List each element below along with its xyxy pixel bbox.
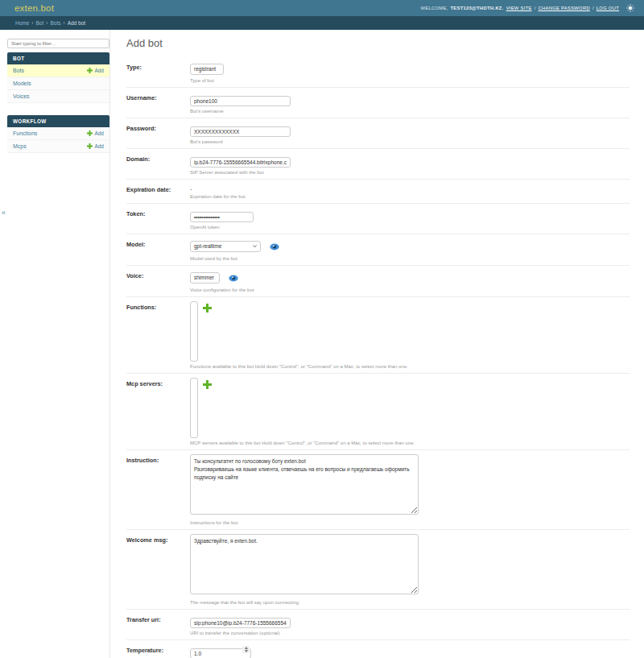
sidebar-item-label[interactable]: Bots bbox=[13, 68, 24, 73]
current-username: test123@thoth.kz. bbox=[450, 6, 503, 10]
app-header: exten.bot Welcome, test123@thoth.kz. Vie… bbox=[0, 0, 644, 16]
breadcrumb-bots[interactable]: Bots bbox=[50, 20, 60, 26]
field-help: Type of bot bbox=[190, 78, 630, 83]
field-label: Type: bbox=[126, 61, 190, 83]
step-up-icon[interactable] bbox=[245, 647, 248, 649]
voice-select[interactable]: shimmer bbox=[190, 272, 220, 283]
breadcrumb-separator: › bbox=[46, 20, 47, 26]
field-label: Password: bbox=[126, 122, 190, 144]
field-help: Bot's password bbox=[190, 139, 630, 144]
temperature-stepper[interactable] bbox=[242, 646, 250, 653]
chevron-down-icon bbox=[219, 68, 220, 71]
expiration-date-value: - bbox=[190, 184, 630, 192]
form-row-type: Type: registrant Type of bot bbox=[126, 57, 630, 88]
plus-icon bbox=[87, 68, 93, 73]
field-label: Voice: bbox=[126, 270, 190, 292]
site-brand-link[interactable]: exten.bot bbox=[14, 3, 54, 13]
field-help: Bot's username bbox=[190, 109, 630, 114]
sidebar-item-label[interactable]: Voices bbox=[13, 93, 30, 99]
field-help: Instructions for the bot bbox=[190, 520, 630, 525]
token-input[interactable] bbox=[190, 212, 254, 222]
welcome-text: Welcome, bbox=[421, 6, 448, 10]
add-bots-link[interactable]: Add bbox=[87, 68, 104, 73]
sun-icon[interactable] bbox=[626, 4, 634, 12]
sidebar-item-models[interactable]: Models bbox=[7, 77, 109, 90]
plus-icon bbox=[87, 143, 93, 149]
add-functions-link[interactable]: Add bbox=[87, 130, 104, 136]
password-input[interactable] bbox=[190, 126, 291, 137]
field-help: OpenAI token bbox=[190, 225, 630, 230]
field-help: Expiration date for the bot bbox=[190, 194, 630, 199]
field-label: Temperature: bbox=[126, 644, 190, 658]
sidebar-item-bots[interactable]: Bots Add bbox=[7, 64, 109, 77]
view-site-link[interactable]: View site bbox=[506, 6, 532, 10]
model-select[interactable]: gpt-realtime bbox=[190, 241, 261, 252]
sidebar-item-label[interactable]: Functions bbox=[13, 130, 37, 136]
change-password-link[interactable]: Change password bbox=[539, 6, 590, 10]
form-row-expiration-date: Expiration date: - Expiration date for t… bbox=[126, 180, 630, 204]
domain-input[interactable] bbox=[190, 157, 291, 168]
breadcrumb-bot[interactable]: Bot bbox=[36, 20, 44, 26]
log-out-link[interactable]: Log out bbox=[597, 6, 619, 10]
sidebar-section-title: BOT bbox=[7, 52, 109, 64]
field-label: Instruction: bbox=[126, 454, 190, 525]
form-row-voice: Voice: shimmer Voice configuration for t… bbox=[126, 266, 630, 297]
sidebar-filter-input[interactable] bbox=[7, 39, 109, 48]
breadcrumb: Home › Bot › Bots › Add bot bbox=[0, 16, 644, 30]
instruction-textarea[interactable]: Ты консультатнт по голосовому боту exten… bbox=[190, 454, 419, 515]
form-row-welcome-msg: Welcome msg: Здравствуйте, я exten.bot. … bbox=[126, 530, 630, 610]
main-content: Add bot Type: registrant Type of bot Use… bbox=[110, 30, 644, 658]
plus-icon bbox=[87, 130, 93, 136]
chevron-down-icon bbox=[253, 245, 257, 248]
field-label: Transfer uri: bbox=[126, 614, 190, 635]
transfer-uri-input[interactable] bbox=[190, 618, 291, 628]
field-help: The message that the bot will say upon c… bbox=[190, 600, 630, 605]
breadcrumb-separator: › bbox=[63, 20, 64, 26]
eye-icon[interactable] bbox=[270, 239, 279, 254]
sidebar-item-label[interactable]: Models bbox=[13, 81, 31, 86]
separator: / bbox=[592, 6, 594, 10]
eye-icon[interactable] bbox=[229, 271, 238, 285]
breadcrumb-separator: › bbox=[31, 20, 33, 26]
field-help: URI to transfer the conversation (option… bbox=[190, 631, 630, 635]
field-label: Domain: bbox=[126, 153, 190, 175]
field-label: Model: bbox=[126, 238, 190, 261]
breadcrumb-home[interactable]: Home bbox=[15, 20, 29, 26]
field-label: Expiration date: bbox=[126, 184, 190, 199]
sidebar-item-voices[interactable]: Voices bbox=[7, 90, 109, 103]
add-function-plus-icon[interactable] bbox=[203, 301, 212, 316]
breadcrumb-current: Add bot bbox=[68, 20, 85, 26]
field-help: MCP servers available to this bot Hold d… bbox=[190, 441, 630, 445]
form-row-token: Token: OpenAI token bbox=[126, 204, 630, 234]
form-row-mcp-servers: Mcp servers: MCP servers available to th… bbox=[126, 374, 630, 450]
sidebar-collapse-toggle[interactable]: « bbox=[2, 209, 6, 217]
sidebar-item-mcps[interactable]: Mcps Add bbox=[7, 140, 109, 153]
field-help: Model used by the bot bbox=[190, 256, 630, 261]
welcome-msg-textarea[interactable]: Здравствуйте, я exten.bot. bbox=[190, 534, 419, 594]
field-help: Voice configuration for the bot bbox=[190, 288, 630, 292]
field-label: Mcp servers: bbox=[126, 378, 190, 445]
form-row-username: Username: Bot's username bbox=[126, 88, 630, 118]
sidebar-section-bot: BOT Bots Add Models Voices bbox=[7, 52, 109, 103]
type-select[interactable]: registrant bbox=[190, 64, 224, 75]
step-down-icon[interactable] bbox=[245, 650, 248, 652]
form-row-model: Model: gpt-realtime Model used by the bo… bbox=[126, 234, 630, 266]
field-label: Token: bbox=[126, 208, 190, 230]
form-row-transfer-uri: Transfer uri: URI to transfer the conver… bbox=[126, 610, 630, 640]
field-help: Functions available to this bot Hold dow… bbox=[190, 364, 630, 369]
add-mcp-server-plus-icon[interactable] bbox=[203, 378, 212, 392]
mcp-servers-multiselect[interactable] bbox=[190, 378, 198, 438]
user-tools: Welcome, test123@thoth.kz. View site / C… bbox=[421, 4, 635, 12]
sidebar-section-workflow: WORKFLOW Functions Add Mcps Add bbox=[7, 115, 109, 153]
form-row-temperature: Temperature: Sampling temperature (0.0-1… bbox=[126, 640, 630, 658]
form-row-functions: Functions: Functions available to this b… bbox=[126, 297, 630, 374]
sidebar-item-functions[interactable]: Functions Add bbox=[7, 127, 109, 140]
sidebar-item-label[interactable]: Mcps bbox=[13, 143, 27, 149]
sidebar-section-title: WORKFLOW bbox=[7, 115, 109, 127]
form-row-instruction: Instruction: Ты консультатнт по голосово… bbox=[126, 450, 630, 530]
username-input[interactable] bbox=[190, 96, 291, 106]
field-help: SIP Server associated with the bot bbox=[190, 170, 630, 175]
functions-multiselect[interactable] bbox=[190, 301, 198, 362]
add-mcps-link[interactable]: Add bbox=[87, 143, 104, 149]
form-row-domain: Domain: SIP Server associated with the b… bbox=[126, 149, 630, 180]
